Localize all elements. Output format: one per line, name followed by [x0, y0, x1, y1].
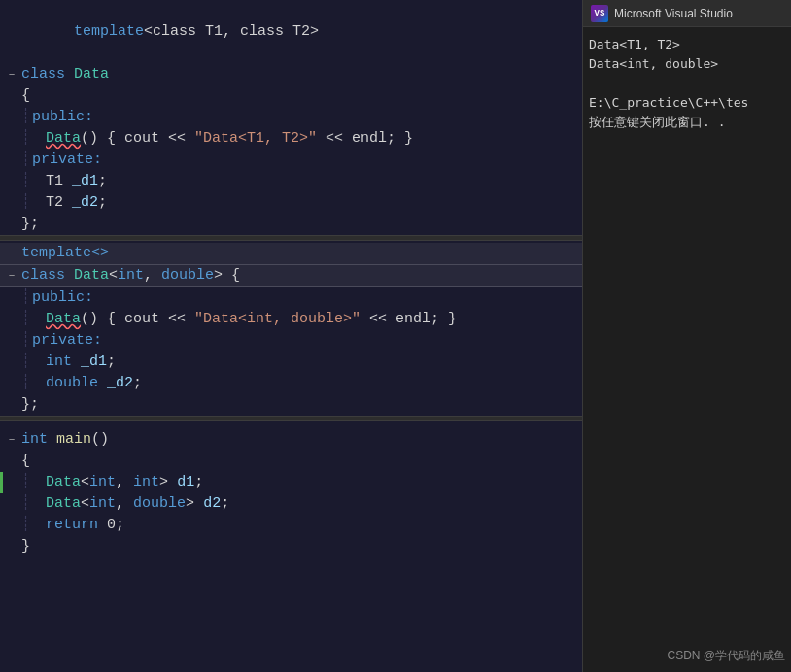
- code-line: ┊T2 _d2;: [0, 192, 582, 214]
- code-line: };: [0, 214, 582, 235]
- code-line: ┊private:: [0, 150, 582, 171]
- code-content: template<class T1, class T2>: [21, 0, 319, 64]
- code-line: − int main(): [0, 429, 582, 451]
- code-line: − class Data<int, double> {: [0, 265, 582, 287]
- output-line: E:\C_practice\C++\tes: [589, 93, 785, 113]
- code-line: ┊private:: [0, 330, 582, 352]
- code-line: ┊int _d1;: [0, 352, 582, 373]
- output-content: Data<T1, T2> Data<int, double> E:\C_prac…: [583, 27, 791, 672]
- output-line: [589, 74, 785, 93]
- output-line: Data<int, double>: [589, 54, 785, 74]
- fold-indicator: −: [2, 64, 21, 85]
- green-indicator: [0, 472, 3, 493]
- code-line: {: [0, 85, 582, 107]
- code-line: ┊double _d2;: [0, 373, 582, 394]
- code-line: ┊Data<int, int> d1;: [0, 472, 582, 493]
- code-line: ┊T1 _d1;: [0, 171, 582, 192]
- code-line: ┊public:: [0, 107, 582, 128]
- code-line: ┊public:: [0, 287, 582, 309]
- code-line: − class Data: [0, 64, 582, 85]
- code-line: ┊Data() { cout << "Data<int, double>" <<…: [0, 309, 582, 330]
- code-line: }: [0, 536, 582, 557]
- code-editor: template<class T1, class T2> − class Dat…: [0, 0, 583, 672]
- code-line: ┊return 0;: [0, 515, 582, 536]
- vs-logo-icon: VS: [591, 5, 608, 22]
- fold-indicator: −: [2, 429, 21, 451]
- output-title: Microsoft Visual Studio: [614, 7, 733, 20]
- code-line: {: [0, 451, 582, 472]
- spacer: [0, 421, 582, 429]
- fold-indicator: −: [2, 265, 21, 286]
- code-line: ┊Data<int, double> d2;: [0, 493, 582, 515]
- code-line: template<>: [0, 243, 582, 265]
- output-line: Data<T1, T2>: [589, 35, 785, 54]
- output-panel: VS Microsoft Visual Studio Data<T1, T2> …: [583, 0, 791, 672]
- output-line: 按任意键关闭此窗口. .: [589, 113, 785, 132]
- fold-indicator: [2, 21, 21, 43]
- code-line: };: [0, 394, 582, 416]
- code-line: template<class T1, class T2>: [0, 0, 582, 64]
- fold-indicator: [2, 243, 21, 264]
- watermark: CSDN @学代码的咸鱼: [667, 648, 785, 664]
- output-header: VS Microsoft Visual Studio: [583, 0, 791, 27]
- code-line: ┊Data() { cout << "Data<T1, T2>" << endl…: [0, 128, 582, 150]
